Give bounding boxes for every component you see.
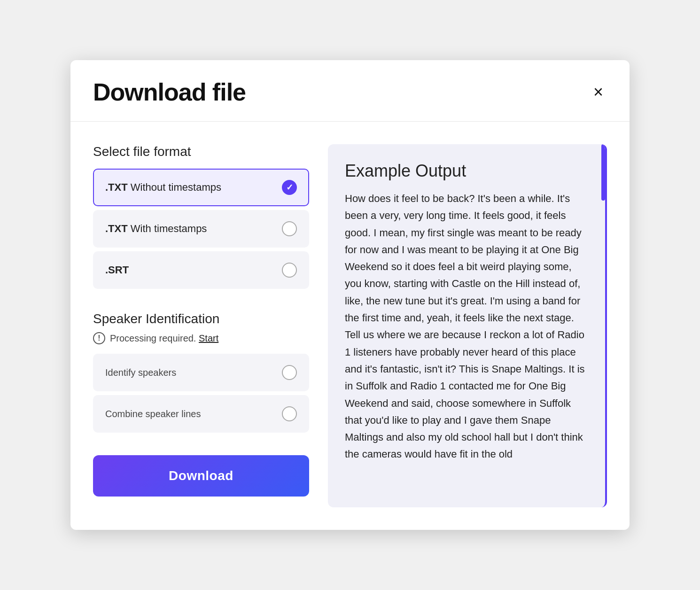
modal-header: Download file × <box>70 60 630 122</box>
scrollbar-thumb[interactable] <box>601 144 605 201</box>
left-panel: Select file format .TXT Without timestam… <box>93 144 309 507</box>
format-option-txt-timestamps-label: .TXT With timestamps <box>105 223 207 235</box>
radio-srt <box>282 263 297 278</box>
file-format-label: Select file format <box>93 144 309 159</box>
combine-speaker-lines-label: Combine speaker lines <box>105 409 201 419</box>
radio-combine-speakers <box>282 406 297 421</box>
format-option-txt-timestamps[interactable]: .TXT With timestamps <box>93 210 309 248</box>
modal-title: Download file <box>93 78 246 106</box>
processing-text: Processing required. Start <box>110 333 218 344</box>
format-option-txt-no-timestamps-label: .TXT Without timestamps <box>105 181 221 194</box>
speaker-identification-label: Speaker Identification <box>93 311 309 326</box>
example-output-text: How does it feel to be back? It's been a… <box>345 190 588 463</box>
modal-body: Select file format .TXT Without timestam… <box>70 122 630 530</box>
speaker-option-identify[interactable]: Identify speakers <box>93 354 309 391</box>
format-option-srt-label: .SRT <box>105 264 129 276</box>
radio-identify-speakers <box>282 365 297 380</box>
example-output-title: Example Output <box>345 161 588 181</box>
radio-txt-timestamps <box>282 221 297 236</box>
processing-notice: ! Processing required. Start <box>93 332 309 344</box>
radio-txt-no-timestamps <box>282 180 297 195</box>
download-button[interactable]: Download <box>93 455 309 497</box>
download-file-modal: Download file × Select file format .TXT … <box>70 60 630 530</box>
speaker-identification-section: Speaker Identification ! Processing requ… <box>93 311 309 497</box>
close-button[interactable]: × <box>590 82 607 102</box>
warning-icon: ! <box>93 332 105 344</box>
speaker-option-combine[interactable]: Combine speaker lines <box>93 395 309 433</box>
speaker-options: Identify speakers Combine speaker lines <box>93 354 309 433</box>
identify-speakers-label: Identify speakers <box>105 367 176 378</box>
format-option-txt-no-timestamps[interactable]: .TXT Without timestamps <box>93 169 309 206</box>
example-output-panel: Example Output How does it feel to be ba… <box>328 144 607 507</box>
format-option-srt[interactable]: .SRT <box>93 251 309 289</box>
start-link[interactable]: Start <box>199 333 218 343</box>
format-options: .TXT Without timestamps .TXT With timest… <box>93 169 309 289</box>
